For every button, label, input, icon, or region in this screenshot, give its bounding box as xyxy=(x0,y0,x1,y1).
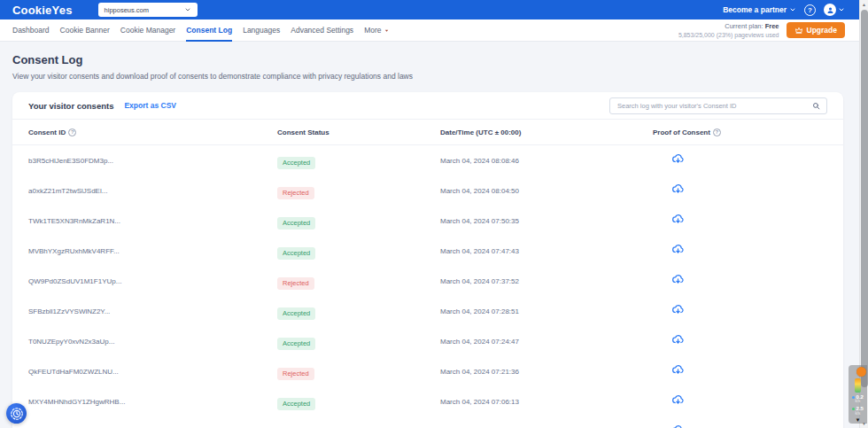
datetime-cell: March 04, 2024 07:37:52 xyxy=(440,277,653,285)
table-row: QW9Pd0ZSdUV1M1F1YUp... Rejected March 04… xyxy=(12,266,843,296)
chevron-down-icon xyxy=(838,6,845,13)
cloud-download-icon xyxy=(671,273,685,286)
table-row: MXY4MHNhdGY1ZHgwRHB... Accepted March 04… xyxy=(12,386,843,416)
cloud-download-icon xyxy=(671,393,685,407)
column-consent-status: Consent Status xyxy=(277,128,440,136)
nav-item-label: Consent Log xyxy=(186,26,232,35)
domain-selector[interactable]: hipposeus.com xyxy=(98,3,198,17)
chevron-down-icon xyxy=(384,27,390,34)
nav-item-cookie-banner[interactable]: Cookie Banner xyxy=(60,19,110,42)
proof-cell xyxy=(653,152,827,169)
download-proof-button[interactable] xyxy=(671,183,685,196)
proof-cell xyxy=(653,243,827,260)
upload-speed-unit: k/s xyxy=(856,412,861,416)
download-proof-button[interactable] xyxy=(671,273,685,286)
download-proof-button[interactable] xyxy=(671,424,685,428)
nav-item-dashboard[interactable]: Dashboard xyxy=(12,19,50,42)
clock-icon xyxy=(10,407,24,421)
collapse-caret-icon[interactable]: ▼ xyxy=(856,417,861,423)
search-icon[interactable] xyxy=(812,102,826,110)
upgrade-button[interactable]: Upgrade xyxy=(787,22,845,38)
cookieyes-logo: CookieYes xyxy=(12,4,73,17)
status-badge: Accepted xyxy=(277,307,315,320)
table-row: a0xkZ21mT2twSlJSdEl... Rejected March 04… xyxy=(12,175,843,206)
download-proof-button[interactable] xyxy=(671,363,685,377)
floating-widget-button[interactable] xyxy=(6,403,27,424)
export-csv-link[interactable]: Export as CSV xyxy=(124,101,176,110)
avatar xyxy=(824,4,836,16)
proof-cell xyxy=(653,363,827,380)
crown-icon xyxy=(794,26,803,35)
person-icon xyxy=(826,6,834,14)
consent-status-cell: Accepted xyxy=(277,213,440,230)
datetime-cell: March 04, 2024 08:08:46 xyxy=(440,157,653,165)
help-icon[interactable]: ? xyxy=(68,128,76,136)
proof-cell xyxy=(653,273,827,290)
column-datetime: Date/Time (UTC ± 00:00) xyxy=(440,128,653,136)
consent-id-cell: QkFEUTdHaFM0ZWZLNU... xyxy=(28,368,277,376)
scrollbar-thumb[interactable] xyxy=(861,10,868,387)
search-input[interactable] xyxy=(610,102,812,110)
download-proof-button[interactable] xyxy=(671,333,685,346)
subnav-items: Dashboard Cookie Banner Cookie Manager C… xyxy=(12,19,400,42)
status-badge: Rejected xyxy=(277,187,314,199)
nav-item-label: More xyxy=(364,26,381,35)
datetime-cell: March 04, 2024 07:47:43 xyxy=(440,247,653,255)
table-row: QkFEUTdHaFM0ZWZLNU... Rejected March 04,… xyxy=(12,356,843,386)
column-consent-id: Consent ID ? xyxy=(28,128,277,136)
proof-cell xyxy=(653,213,827,230)
status-badge: Accepted xyxy=(277,338,315,350)
status-badge: Accepted xyxy=(277,217,315,230)
download-proof-button[interactable] xyxy=(671,303,685,316)
consent-id-cell: a0xkZ21mT2twSlJSdEl... xyxy=(28,187,277,195)
domain-selector-value: hipposeus.com xyxy=(105,6,149,14)
nav-item-languages[interactable]: Languages xyxy=(243,19,280,42)
page-description: View your visitor consents and download … xyxy=(12,72,856,81)
account-menu[interactable] xyxy=(824,4,845,16)
page-scrollbar[interactable]: ▲ ▼ xyxy=(859,0,868,428)
download-proof-button[interactable] xyxy=(671,152,685,166)
cloud-download-icon xyxy=(671,424,685,428)
network-monitor-overlay[interactable]: 0.2 k/s 2.5 k/s ▼ xyxy=(849,365,867,424)
datetime-cell: March 04, 2024 07:50:35 xyxy=(440,217,653,225)
cloud-download-icon xyxy=(671,363,685,377)
consent-status-cell: Rejected xyxy=(277,183,440,199)
consent-id-cell: SFBzbll1ZzVYSWlNZ2Y... xyxy=(28,307,277,315)
status-badge: Accepted xyxy=(277,247,315,260)
datetime-cell: March 04, 2024 07:24:47 xyxy=(440,338,653,346)
consent-status-cell: Accepted xyxy=(277,333,440,350)
nav-item-advanced-settings[interactable]: Advanced Settings xyxy=(291,19,353,42)
help-icon[interactable]: ? xyxy=(713,128,721,136)
consent-status-cell: Accepted xyxy=(277,152,440,169)
status-badge: Rejected xyxy=(277,277,314,290)
nav-item-label: Cookie Manager xyxy=(120,26,175,35)
nav-item-consent-log[interactable]: Consent Log xyxy=(186,19,232,42)
consent-status-cell: Accepted xyxy=(277,243,440,260)
current-plan-label: Current plan: Free xyxy=(678,22,779,30)
cloud-download-icon xyxy=(671,333,685,346)
become-partner-button[interactable]: Become a partner xyxy=(723,5,796,14)
consent-status-cell: Rejected xyxy=(277,363,440,380)
pageviews-usage: 5,853/25,000 (23%) pageviews used xyxy=(678,32,779,38)
consent-id-cell: QW9Pd0ZSdUV1M1F1YUp... xyxy=(28,277,277,285)
download-speed: 0.2 k/s xyxy=(852,394,864,404)
cloud-download-icon xyxy=(671,183,685,196)
table-row: T0NUZEpyY0xvN2x3aUp... Accepted March 04… xyxy=(12,326,843,356)
upload-speed: 2.5 k/s xyxy=(852,406,864,416)
download-proof-button[interactable] xyxy=(671,243,685,256)
cloud-download-icon xyxy=(671,243,685,256)
download-proof-button[interactable] xyxy=(671,393,685,407)
network-activity-bar-icon xyxy=(855,378,861,393)
become-partner-label: Become a partner xyxy=(723,5,787,14)
consent-status-cell: Accepted xyxy=(277,303,440,320)
proof-cell xyxy=(653,183,827,199)
chevron-down-icon xyxy=(184,6,191,13)
scrollbar-up-arrow[interactable]: ▲ xyxy=(860,2,868,7)
consent-id-cell: MVBhYXgzRUxhMkV4RFF... xyxy=(28,247,277,255)
download-proof-button[interactable] xyxy=(671,213,685,226)
help-icon[interactable]: ? xyxy=(804,4,816,16)
nav-item-more[interactable]: More xyxy=(364,19,389,42)
nav-item-cookie-manager[interactable]: Cookie Manager xyxy=(120,19,175,42)
proof-cell xyxy=(653,424,827,428)
datetime-cell: March 04, 2024 07:28:51 xyxy=(440,307,653,315)
